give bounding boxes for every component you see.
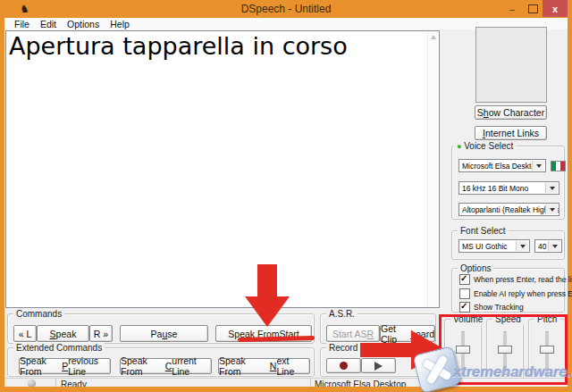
commands-label: Commands bbox=[13, 309, 64, 319]
options-group: Options When press Enter, read the line … bbox=[451, 268, 565, 313]
italian-flag-icon bbox=[551, 161, 566, 171]
voice-select-group: ● Voice Select Microsoft Elsa Desktop 16… bbox=[451, 146, 565, 220]
font-size-value: 40 bbox=[538, 242, 546, 251]
font-dropdown[interactable]: MS UI Gothic bbox=[458, 239, 530, 253]
checkbox-read-line-on-enter[interactable]: When press Enter, read the line bbox=[459, 274, 572, 285]
checkbox-icon bbox=[459, 288, 470, 299]
dropdown-arrow-icon[interactable] bbox=[516, 241, 528, 251]
status-divider bbox=[55, 379, 56, 387]
next-char-button[interactable]: R » bbox=[89, 325, 113, 342]
speak-previous-line-button[interactable]: Speak From Previous Line bbox=[19, 358, 111, 374]
checkbox-label: Show Tracking bbox=[474, 303, 524, 312]
green-dot-icon: ● bbox=[457, 142, 461, 151]
font-select-group: Font Select MS UI Gothic 40 bbox=[451, 230, 565, 260]
character-preview-box bbox=[475, 27, 547, 103]
menu-help[interactable]: Help bbox=[105, 19, 135, 29]
status-ready: Ready bbox=[61, 379, 87, 387]
audio-format-value: 16 kHz 16 Bit Mono bbox=[462, 184, 528, 193]
window-title: DSpeech - Untitled bbox=[0, 0, 572, 18]
close-button[interactable]: x bbox=[543, 0, 568, 17]
output-device-dropdown[interactable]: Altoparlanti (Realtek High Definitio bbox=[458, 203, 559, 216]
font-dropdown-value: MS UI Gothic bbox=[462, 242, 508, 251]
speak-next-line-button[interactable]: Speak From Next Line bbox=[218, 358, 310, 374]
audio-format-dropdown[interactable]: 16 kHz 16 Bit Mono bbox=[458, 181, 559, 195]
record-button[interactable] bbox=[326, 358, 361, 373]
dropdown-arrow-icon[interactable] bbox=[545, 183, 558, 193]
font-size-dropdown[interactable]: 40 bbox=[534, 239, 562, 253]
checkbox-label: Enable AI reply when press Enter bbox=[474, 289, 572, 298]
prev-char-button[interactable]: « L bbox=[13, 325, 37, 342]
watermark-text: xtremehardware.com bbox=[453, 363, 572, 380]
dropdown-arrow-icon[interactable] bbox=[548, 241, 560, 251]
scroll-up-arrow-icon[interactable] bbox=[431, 35, 436, 39]
down-arrow-annotation bbox=[236, 264, 299, 329]
record-icon bbox=[340, 362, 348, 370]
menu-edit[interactable]: Edit bbox=[35, 19, 62, 29]
maximize-icon bbox=[528, 4, 538, 13]
internet-links-button[interactable]: Internet Links bbox=[475, 126, 547, 140]
text-editor[interactable]: Apertura tapparella in corso bbox=[5, 30, 440, 308]
status-divider bbox=[310, 379, 311, 387]
pause-button[interactable]: Pause bbox=[120, 325, 208, 342]
app-icon: ♞ bbox=[20, 3, 29, 15]
checkbox-enable-ai-reply[interactable]: Enable AI reply when press Enter bbox=[459, 288, 572, 299]
speak-current-line-button[interactable]: Speak From Current Line bbox=[120, 358, 212, 374]
checkbox-label: When press Enter, read the line bbox=[474, 275, 572, 284]
dropdown-arrow-icon[interactable] bbox=[545, 204, 558, 214]
dropdown-arrow-icon[interactable] bbox=[532, 161, 544, 171]
extended-commands-group: Extended Commands Speak From Previous Li… bbox=[7, 347, 315, 377]
maximize-button[interactable] bbox=[524, 0, 542, 17]
show-character-button[interactable]: Show Character bbox=[475, 105, 547, 120]
status-icon bbox=[28, 379, 36, 387]
extended-commands-label: Extended Commands bbox=[13, 343, 105, 353]
minimize-button[interactable]: – bbox=[503, 0, 521, 17]
editor-scrollbar[interactable] bbox=[427, 31, 439, 307]
voice-select-label: ● Voice Select bbox=[454, 141, 516, 152]
title-bar: ♞ DSpeech - Untitled – x bbox=[0, 0, 572, 18]
options-label: Options bbox=[458, 263, 493, 273]
checkbox-icon bbox=[459, 302, 470, 313]
status-voice: Microsoft Elsa Desktop bbox=[315, 379, 406, 387]
asr-label: A.S.R. bbox=[326, 309, 358, 319]
menu-file[interactable]: File bbox=[9, 19, 35, 29]
font-select-label: Font Select bbox=[458, 226, 509, 236]
checkbox-show-tracking[interactable]: Show Tracking bbox=[459, 302, 524, 313]
voice-dropdown[interactable]: Microsoft Elsa Desktop bbox=[458, 159, 546, 172]
menu-options[interactable]: Options bbox=[62, 19, 105, 29]
speak-button[interactable]: Speak bbox=[37, 325, 89, 342]
checkbox-icon bbox=[459, 274, 470, 285]
status-icon-cell bbox=[28, 379, 36, 387]
editor-text: Apertura tapparella in corso bbox=[6, 31, 439, 61]
voice-dropdown-value: Microsoft Elsa Desktop bbox=[462, 162, 540, 171]
